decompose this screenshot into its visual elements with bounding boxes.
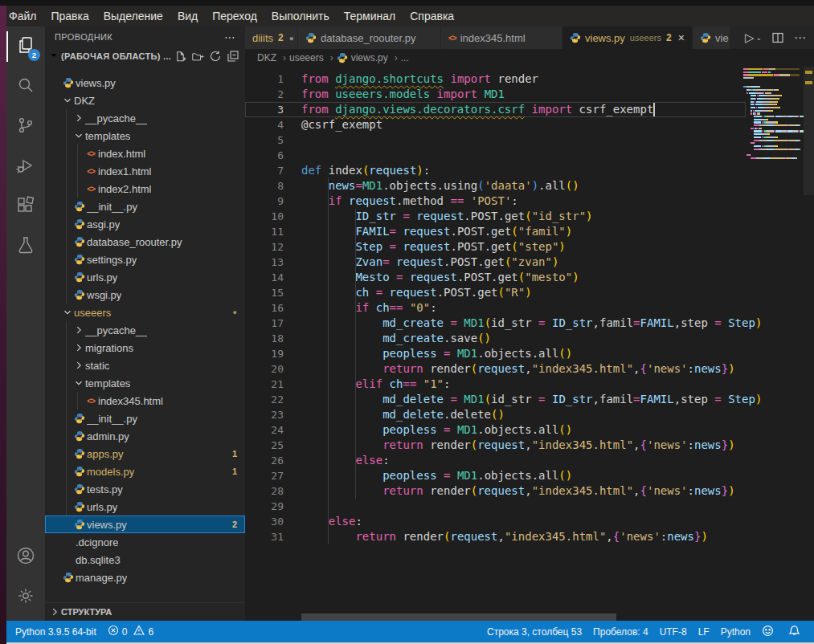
- tree-item-useeers[interactable]: useeers●: [45, 304, 245, 321]
- tab-vie[interactable]: vie: [693, 26, 730, 49]
- tab-index345.html[interactable]: <>index345.html: [441, 26, 562, 49]
- tree-item-static[interactable]: static: [45, 357, 245, 374]
- code-line[interactable]: 15 ch = request.POST.get("R"): [245, 285, 814, 300]
- activity-settings[interactable]: [6, 577, 45, 618]
- status-encoding[interactable]: UTF-8: [654, 621, 693, 642]
- tab-views.py[interactable]: views.pyuseeers2×: [562, 26, 693, 49]
- collapse-all-icon[interactable]: [224, 48, 242, 64]
- tree-item-__pycache__[interactable]: __pycache__: [45, 109, 245, 127]
- code-line[interactable]: 12 Step = request.POST.get("step"): [245, 239, 814, 255]
- tree-item-models.py[interactable]: models.py1: [45, 463, 245, 480]
- tree-item-views.py[interactable]: views.py2: [45, 516, 245, 533]
- status-indentation[interactable]: Пробелов: 4: [587, 621, 654, 642]
- breadcrumb-item-views.py[interactable]: views.py: [337, 52, 388, 63]
- menu-Правка[interactable]: Правка: [43, 6, 96, 26]
- status-notifications[interactable]: [783, 621, 809, 642]
- new-folder-icon[interactable]: [189, 48, 207, 64]
- code-line[interactable]: 5: [245, 132, 814, 148]
- tree-item-index2.html[interactable]: <>index2.html: [45, 180, 245, 198]
- new-file-icon[interactable]: [171, 48, 189, 64]
- code-line[interactable]: 20 return render(request,"index345.html"…: [245, 361, 814, 377]
- breadcrumb-item-DKZ[interactable]: DKZ: [257, 52, 276, 63]
- tree-item-views.py[interactable]: views.py: [45, 74, 245, 92]
- tree-item-__init__.py[interactable]: __init__.py: [45, 198, 245, 215]
- tree-item-templates[interactable]: templates: [45, 374, 245, 392]
- tree-item-db.sqlite3[interactable]: db.sqlite3: [45, 551, 245, 569]
- refresh-icon[interactable]: [207, 48, 224, 64]
- code-line[interactable]: 10 ID_str = request.POST.get("id_str"): [245, 209, 814, 224]
- tree-item-index1.html[interactable]: <>index1.html: [45, 162, 245, 180]
- code-line[interactable]: 4@csrf_exempt: [245, 117, 814, 132]
- code-line[interactable]: 23 md_delete.delete(): [245, 407, 814, 422]
- status-feedback[interactable]: [756, 621, 783, 642]
- code-line[interactable]: 8 news=MD1.objects.using('daata').all(): [245, 178, 814, 194]
- status-eol[interactable]: LF: [693, 621, 715, 642]
- tree-item-index345.html[interactable]: <>index345.html: [45, 392, 245, 410]
- workspace-section-header[interactable]: (РАБОЧАЯ ОБЛАСТЬ) ...: [45, 47, 245, 66]
- code-line[interactable]: 18 md_create.save(): [245, 331, 814, 346]
- code-line[interactable]: 2from useeers.models import MD1: [245, 87, 814, 102]
- status-language-mode[interactable]: Python: [715, 621, 756, 642]
- code-line[interactable]: 27 peopless = MD1.objects.all(): [245, 468, 814, 483]
- menu-Терминал[interactable]: Терминал: [337, 6, 403, 26]
- run-button[interactable]: ▷⌄: [745, 31, 762, 45]
- activity-search[interactable]: [6, 67, 45, 107]
- tree-item-urls.py[interactable]: urls.py: [45, 498, 245, 516]
- code-line[interactable]: 11 FAMIL= request.POST.get("famil"): [245, 224, 814, 239]
- code-editor[interactable]: 1from django.shortcuts import render2fro…: [245, 67, 814, 622]
- tree-item-DKZ[interactable]: DKZ: [45, 92, 245, 109]
- code-line[interactable]: 28 return render(request,"index345.html"…: [245, 483, 814, 499]
- code-line[interactable]: 3from django.views.decorators.csrf impor…: [245, 102, 814, 117]
- tree-item-admin.py[interactable]: admin.py: [45, 427, 245, 445]
- tree-item-asgi.py[interactable]: asgi.py: [45, 215, 245, 233]
- tree-item-urls.py[interactable]: urls.py: [45, 268, 245, 286]
- code-line[interactable]: 19 peopless = MD1.objects.all(): [245, 346, 814, 361]
- tree-item-apps.py[interactable]: apps.py1: [45, 445, 245, 463]
- menu-Выполнить[interactable]: Выполнить: [264, 6, 337, 26]
- activity-explorer[interactable]: 2: [6, 26, 45, 67]
- activity-extensions[interactable]: [6, 187, 45, 227]
- menu-Вид[interactable]: Вид: [170, 6, 205, 26]
- code-line[interactable]: 9 if request.method == 'POST':: [245, 194, 814, 209]
- activity-source-control[interactable]: [6, 107, 45, 147]
- tree-item-index.html[interactable]: <>index.html: [45, 145, 245, 162]
- code-line[interactable]: 16 if ch== "0":: [245, 300, 814, 316]
- activity-run-and-debug[interactable]: [6, 147, 45, 187]
- code-line[interactable]: 17 md_create = MD1(id_str = ID_str,famil…: [245, 316, 814, 331]
- tree-item-manage.py[interactable]: manage.py: [45, 569, 245, 586]
- tree-item-.dcignore[interactable]: .dcignore: [45, 533, 245, 551]
- code-line[interactable]: 31 return render(request,"index345.html"…: [245, 529, 814, 544]
- vertical-scrollbar[interactable]: [804, 67, 814, 195]
- tab-diiits[interactable]: diiits2●: [245, 26, 298, 49]
- code-line[interactable]: 25 return render(request,"index345.html"…: [245, 438, 814, 453]
- minimap[interactable]: [743, 68, 803, 160]
- code-line[interactable]: 6: [245, 148, 814, 163]
- code-line[interactable]: 29: [245, 499, 814, 514]
- menu-Файл[interactable]: Файл: [2, 6, 43, 26]
- more-actions-icon[interactable]: ⋯: [794, 31, 806, 45]
- tree-item-settings.py[interactable]: settings.py: [45, 251, 245, 268]
- more-actions-icon[interactable]: ⋯: [224, 31, 235, 43]
- code-line[interactable]: 21 elif ch== "1":: [245, 377, 814, 392]
- tree-item-tests.py[interactable]: tests.py: [45, 480, 245, 498]
- activity-testing[interactable]: [6, 227, 45, 267]
- tab-database_roouter.py[interactable]: database_roouter.py: [298, 26, 441, 49]
- code-line[interactable]: 1from django.shortcuts import render: [245, 71, 814, 87]
- breadcrumb-item-...[interactable]: ...: [401, 52, 409, 63]
- menu-Справка[interactable]: Справка: [403, 6, 461, 26]
- tree-item-migrations[interactable]: migrations: [45, 339, 245, 357]
- tree-item-__pycache__[interactable]: __pycache__: [45, 321, 245, 339]
- status-cursor-position[interactable]: Строка 3, столбец 53: [481, 621, 587, 642]
- code-line[interactable]: 26 else:: [245, 453, 814, 468]
- menu-Выделение[interactable]: Выделение: [96, 6, 170, 26]
- status-problems[interactable]: 06: [102, 621, 159, 642]
- outline-section-header[interactable]: СТРУКТУРА: [45, 602, 245, 621]
- code-line[interactable]: 14 Mesto = request.POST.get("mesto"): [245, 270, 814, 285]
- split-editor-icon[interactable]: [771, 31, 784, 44]
- code-line[interactable]: 30 else:: [245, 514, 814, 529]
- activity-account[interactable]: [6, 537, 45, 577]
- tree-item-wsgi.py[interactable]: wsgi.py: [45, 286, 245, 304]
- code-line[interactable]: 24 peopless = MD1.objects.all(): [245, 422, 814, 438]
- status-python-interpreter[interactable]: Python 3.9.5 64-bit: [10, 621, 102, 642]
- code-line[interactable]: 13 Zvan= request.POST.get("zvan"): [245, 255, 814, 270]
